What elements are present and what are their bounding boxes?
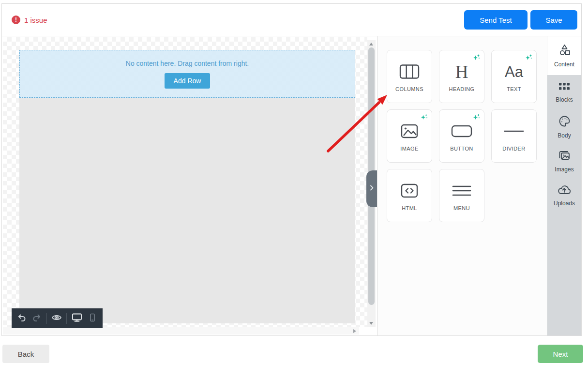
editor-window: ! 1 issue Send Test Save No content here…	[1, 3, 582, 336]
tab-uploads[interactable]: Uploads	[547, 178, 581, 213]
block-columns[interactable]: COLUMNS	[387, 50, 432, 103]
tab-images[interactable]: Images	[547, 144, 581, 178]
mobile-view-button[interactable]	[87, 313, 98, 324]
ai-sparkle-icon	[473, 54, 481, 63]
ai-sparkle-icon	[473, 113, 481, 123]
block-divider[interactable]: DIVIDER	[491, 109, 537, 163]
scroll-right-arrow-icon[interactable]	[353, 329, 356, 333]
eye-icon	[51, 312, 62, 324]
block-button[interactable]: BUTTON	[439, 109, 484, 163]
preview-button[interactable]	[51, 313, 62, 324]
images-stack-icon	[558, 149, 571, 163]
desktop-view-button[interactable]	[71, 313, 83, 324]
scroll-up-arrow-icon[interactable]	[369, 43, 373, 46]
toolbar-separator	[66, 313, 67, 324]
empty-dropzone-message: No content here. Drag content from right…	[126, 60, 249, 67]
undo-icon	[17, 313, 27, 324]
ai-sparkle-icon	[525, 54, 533, 63]
email-canvas: No content here. Drag content from right…	[2, 36, 377, 335]
content-blocks-panel: COLUMNS H HEADING Aa TEXT	[377, 36, 547, 335]
block-label: BUTTON	[450, 146, 473, 152]
chevron-right-icon	[369, 184, 374, 193]
back-button[interactable]: Back	[2, 345, 49, 363]
block-label: COLUMNS	[395, 86, 423, 92]
mobile-icon	[88, 313, 97, 324]
empty-content-dropzone[interactable]: No content here. Drag content from right…	[19, 50, 355, 98]
undo-button[interactable]	[16, 313, 27, 324]
tab-label: Images	[555, 166, 573, 173]
next-button[interactable]: Next	[538, 345, 583, 363]
block-html[interactable]: HTML	[387, 169, 432, 222]
menu-icon	[452, 180, 471, 201]
email-body-area[interactable]	[19, 98, 355, 323]
scroll-down-arrow-icon[interactable]	[369, 322, 373, 325]
canvas-horizontal-scrollbar[interactable]	[3, 327, 359, 335]
tab-content[interactable]: Content	[547, 36, 581, 75]
heading-icon: H	[455, 61, 468, 82]
top-bar: ! 1 issue Send Test Save	[2, 4, 581, 36]
toolbar-separator	[46, 313, 47, 324]
palette-icon	[558, 115, 571, 129]
block-label: HEADING	[449, 86, 475, 92]
block-image[interactable]: IMAGE	[387, 109, 432, 163]
alert-icon: !	[12, 15, 20, 24]
button-icon	[451, 121, 472, 142]
block-label: HTML	[402, 205, 417, 211]
panel-tab-rail: Content Blocks Body Images	[547, 36, 581, 335]
tab-label: Uploads	[554, 200, 575, 207]
redo-button[interactable]	[31, 313, 42, 324]
columns-icon	[399, 61, 420, 82]
block-label: IMAGE	[400, 146, 418, 152]
preview-toolbar	[12, 308, 103, 328]
block-label: TEXT	[507, 86, 521, 92]
html-icon	[400, 180, 419, 201]
send-test-button[interactable]: Send Test	[464, 10, 528, 30]
content-row: No content here. Drag content from right…	[2, 36, 581, 335]
save-button[interactable]: Save	[530, 10, 577, 30]
block-heading[interactable]: H HEADING	[439, 50, 484, 103]
tab-label: Blocks	[556, 96, 573, 103]
cloud-upload-icon	[557, 184, 572, 197]
tab-label: Body	[558, 132, 571, 139]
desktop-icon	[71, 312, 83, 325]
text-icon: Aa	[505, 61, 523, 82]
issues-indicator[interactable]: ! 1 issue	[12, 15, 47, 24]
ai-sparkle-icon	[421, 113, 428, 123]
add-row-button[interactable]: Add Row	[165, 73, 211, 89]
issues-label: 1 issue	[24, 16, 47, 24]
image-icon	[400, 121, 419, 142]
block-menu[interactable]: MENU	[439, 169, 484, 222]
blocks-grid: COLUMNS H HEADING Aa TEXT	[387, 50, 547, 222]
content-shapes-icon	[558, 44, 571, 58]
wizard-footer: Back Next	[0, 336, 588, 365]
block-label: DIVIDER	[502, 146, 525, 152]
block-label: MENU	[453, 205, 470, 211]
redo-icon	[32, 313, 42, 324]
panel-collapse-handle[interactable]	[366, 170, 377, 207]
block-text[interactable]: Aa TEXT	[491, 50, 537, 103]
divider-icon	[504, 121, 524, 142]
tab-blocks[interactable]: Blocks	[547, 75, 581, 109]
tab-label: Content	[554, 61, 574, 68]
blocks-grid-icon	[558, 81, 571, 93]
tab-body[interactable]: Body	[547, 109, 581, 144]
